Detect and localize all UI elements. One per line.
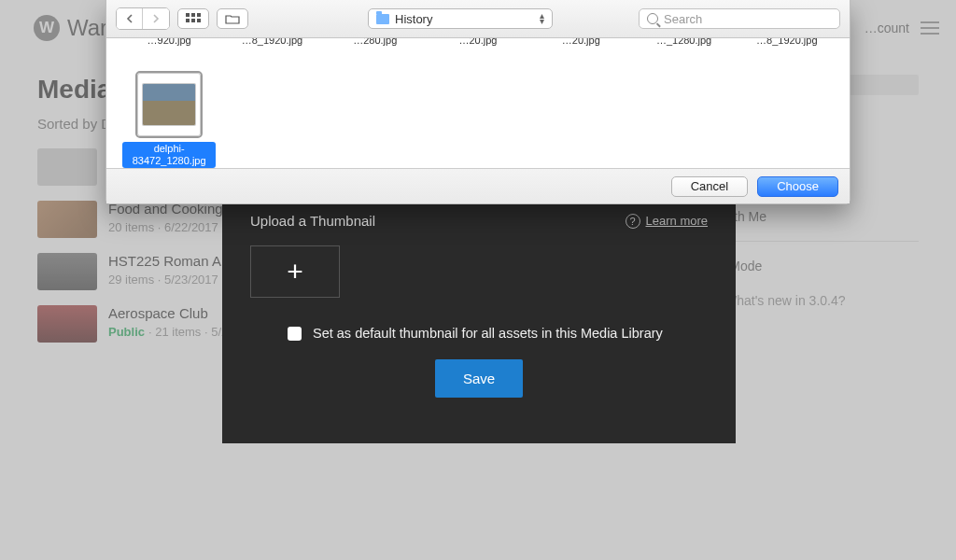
svg-rect-2 (197, 13, 201, 17)
folder-name: History (395, 12, 432, 26)
file-picker-sheet: History ▴▾ Search …920.jpg …8_1920.jpg …… (105, 0, 851, 204)
chevron-left-icon (126, 14, 134, 23)
default-thumbnail-checkbox[interactable] (288, 327, 302, 341)
file-item[interactable]: …280.jpg (324, 38, 427, 47)
chevron-right-icon (152, 14, 160, 23)
file-item[interactable]: …_1280.jpg (632, 38, 735, 47)
file-item[interactable]: …20.jpg (427, 38, 529, 47)
file-item[interactable]: …920.jpg (118, 38, 220, 47)
search-field[interactable]: Search (639, 8, 840, 29)
learn-more-label: Learn more (646, 214, 708, 228)
search-placeholder: Search (664, 12, 702, 26)
folder-path-dropdown[interactable]: History ▴▾ (368, 8, 553, 29)
svg-rect-3 (186, 19, 190, 22)
help-icon: ? (626, 214, 640, 229)
file-item[interactable]: …8_1920.jpg (220, 38, 323, 47)
learn-more-link[interactable]: ? Learn more (626, 214, 708, 229)
nav-forward-button[interactable] (143, 8, 169, 29)
view-mode-button[interactable] (177, 8, 209, 29)
nav-back-forward (116, 7, 170, 30)
file-picker-footer: Cancel Choose (106, 168, 850, 203)
svg-rect-0 (186, 13, 190, 17)
modal-title: Upload a Thumbnail (250, 213, 375, 229)
grid-icon (186, 13, 201, 24)
file-item[interactable]: …8_1920.jpg (736, 38, 838, 47)
choose-button[interactable]: Choose (757, 176, 838, 197)
svg-rect-4 (191, 19, 195, 22)
file-item[interactable]: …20.jpg (529, 38, 632, 47)
file-item-selected[interactable]: delphi-83472_1280.jpg (118, 73, 220, 168)
file-name: delphi-83472_1280.jpg (122, 142, 216, 168)
folder-icon (225, 13, 240, 24)
svg-rect-1 (191, 13, 195, 17)
thumbnail-dropzone[interactable]: + (250, 245, 340, 298)
cancel-button[interactable]: Cancel (671, 176, 748, 197)
svg-rect-5 (197, 19, 201, 22)
folder-badge-icon (376, 14, 389, 24)
group-button[interactable] (217, 8, 248, 29)
upload-thumbnail-modal: Upload a Thumbnail ? Learn more + Set as… (222, 196, 736, 443)
save-button[interactable]: Save (435, 359, 523, 398)
file-browser[interactable]: …920.jpg …8_1920.jpg …280.jpg …20.jpg …2… (106, 38, 850, 168)
file-picker-toolbar: History ▴▾ Search (106, 0, 850, 38)
file-thumb (137, 73, 201, 136)
updown-icon: ▴▾ (540, 13, 544, 24)
nav-back-button[interactable] (117, 8, 143, 29)
search-icon (647, 13, 658, 24)
checkbox-label: Set as default thumbnail for all assets … (313, 326, 663, 341)
